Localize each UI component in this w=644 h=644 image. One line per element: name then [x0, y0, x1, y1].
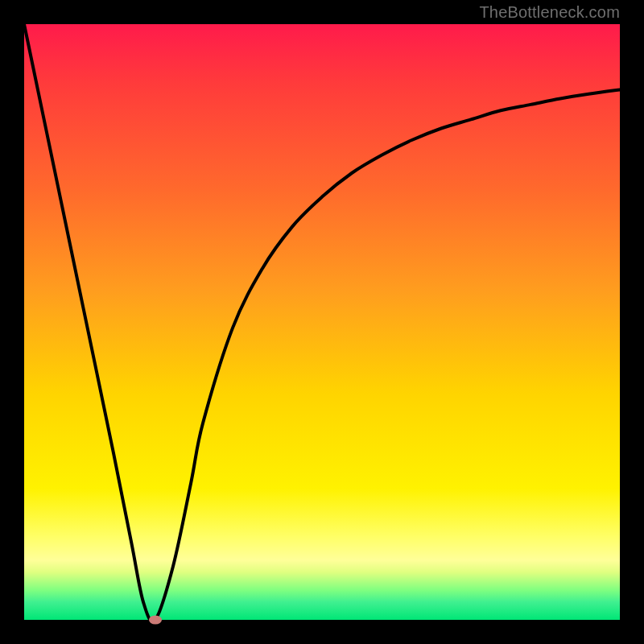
bottleneck-curve	[24, 24, 620, 621]
curve-svg	[24, 24, 620, 620]
watermark-text: TheBottleneck.com	[479, 3, 620, 22]
chart-frame: TheBottleneck.com	[0, 0, 644, 644]
min-marker	[149, 616, 162, 625]
plot-area	[24, 24, 620, 620]
